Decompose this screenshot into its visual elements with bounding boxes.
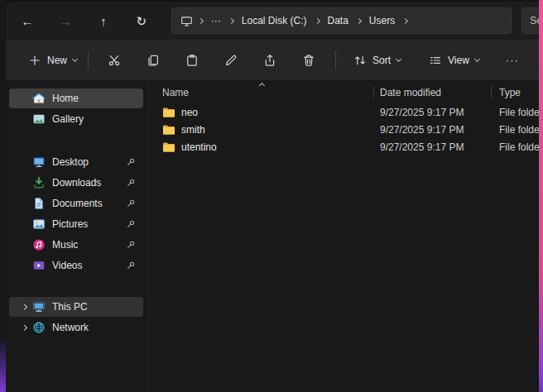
folder-icon [162,141,175,153]
gallery-icon [32,112,46,126]
see-more-button[interactable]: ··· [498,46,526,74]
breadcrumb-chevron-icon [402,17,408,23]
column-header-type[interactable]: Type [491,81,543,103]
breadcrumb-chevron-icon [356,17,362,23]
file-row[interactable]: utentino 9/27/2025 9:17 PM File folder [149,138,543,155]
new-button[interactable]: New [21,46,84,74]
cut-button[interactable] [99,46,130,74]
paste-button[interactable] [176,46,208,74]
up-button[interactable]: ↑ [89,7,118,34]
expander-chevron-icon[interactable] [17,305,31,309]
delete-button[interactable] [293,46,324,74]
navigation-bar: ← → ↑ ↻ ··· Local Disk (C:) Data [6,2,543,40]
breadcrumb-segment-data[interactable]: Data [322,15,354,26]
address-bar[interactable]: ··· Local Disk (C:) Data Users [171,7,512,34]
home-icon [32,92,46,105]
file-type-cell: File folder [491,107,543,118]
share-icon [263,54,276,67]
file-name: utentino [181,141,217,153]
file-name-cell: utentino [149,141,373,153]
column-header-label: Name [162,87,189,98]
file-date-cell: 9/27/2025 9:17 PM [373,124,491,136]
sidebar-item-gallery[interactable]: Gallery [9,109,143,129]
breadcrumb-overflow-button[interactable]: ··· [205,15,227,26]
expander-chevron-icon[interactable] [17,326,31,330]
file-date-cell: 9/27/2025 9:17 PM [373,141,491,153]
sidebar-item-music[interactable]: Music [9,235,143,255]
pin-icon [126,157,136,167]
file-row[interactable]: smith 9/27/2025 9:17 PM File folder [149,121,543,138]
toolbar-separator [88,51,89,69]
back-icon: ← [21,15,33,27]
copy-icon [147,54,160,67]
column-header-row: Name Date modified Type [149,81,543,103]
chevron-down-icon [72,55,78,61]
file-list-pane: Name Date modified Type neo 9/27/2025 9:… [148,81,543,392]
up-icon: ↑ [100,15,107,27]
sidebar-item-videos[interactable]: Videos [9,256,143,275]
file-name: neo [181,107,198,118]
cut-icon [108,54,121,67]
sidebar-item-label: This PC [52,301,88,313]
sidebar-item-pictures[interactable]: Pictures [9,214,143,234]
file-name: smith [181,124,205,136]
sidebar-item-label: Documents [52,198,103,209]
pin-icon [126,240,136,250]
column-header-label: Date modified [380,87,441,98]
sort-button[interactable]: Sort [346,46,408,74]
column-header-label: Type [499,87,521,98]
sort-icon [353,54,367,67]
file-date-cell: 9/27/2025 9:17 PM [373,107,491,118]
sidebar-item-downloads[interactable]: Downloads [9,173,143,193]
forward-button[interactable]: → [50,7,80,34]
breadcrumb-segment-users[interactable]: Users [363,15,401,26]
desktop-edge-left [0,0,6,392]
sidebar-item-this-pc[interactable]: This PC [9,297,143,317]
copy-button[interactable] [137,46,169,74]
pictures-icon [32,218,46,231]
music-icon [32,238,46,251]
folder-icon [162,107,175,118]
file-explorer-window: ← → ↑ ↻ ··· Local Disk (C:) Data [6,2,543,392]
view-button[interactable]: View [421,46,487,74]
command-toolbar: New S [6,40,543,81]
sidebar-spacer [6,276,148,296]
sidebar-item-network[interactable]: Network [9,318,143,337]
refresh-icon: ↻ [137,15,147,27]
chevron-down-icon [396,55,401,61]
forward-icon: → [59,15,71,27]
file-row[interactable]: neo 9/27/2025 9:17 PM File folder [149,103,543,121]
file-type-cell: File folder [491,124,543,136]
desktop-edge-right [539,0,543,392]
rename-icon [224,54,238,67]
share-button[interactable] [254,46,286,74]
pin-icon [126,219,136,229]
pin-icon [126,198,136,208]
file-name-cell: neo [149,107,373,118]
back-button[interactable]: ← [12,7,42,34]
sidebar-spacer [6,130,148,151]
view-button-label: View [448,55,469,66]
column-header-date-modified[interactable]: Date modified [373,81,491,103]
videos-icon [32,259,46,272]
sidebar-item-label: Downloads [52,177,101,189]
breadcrumb-chevron-icon [228,17,234,23]
screen: ← → ↑ ↻ ··· Local Disk (C:) Data [0,0,543,392]
column-header-name[interactable]: Name [149,81,373,103]
network-icon [32,321,46,334]
breadcrumb-chevron-icon [314,17,320,23]
rename-button[interactable] [215,46,247,74]
navigation-pane: Home Gallery Desktop [6,81,148,392]
explorer-body: Home Gallery Desktop [6,81,543,392]
sidebar-item-label: Gallery [52,113,84,125]
sidebar-item-desktop[interactable]: Desktop [9,152,143,172]
sidebar-item-documents[interactable]: Documents [9,194,143,213]
more-icon: ··· [506,54,519,66]
delete-icon [302,54,315,67]
sidebar-item-home[interactable]: Home [9,88,143,108]
paste-icon [185,54,199,67]
sort-button-label: Sort [372,55,391,66]
breadcrumb-segment-local-disk[interactable]: Local Disk (C:) [236,15,313,26]
folder-icon [162,124,175,136]
refresh-button[interactable]: ↻ [127,7,156,34]
